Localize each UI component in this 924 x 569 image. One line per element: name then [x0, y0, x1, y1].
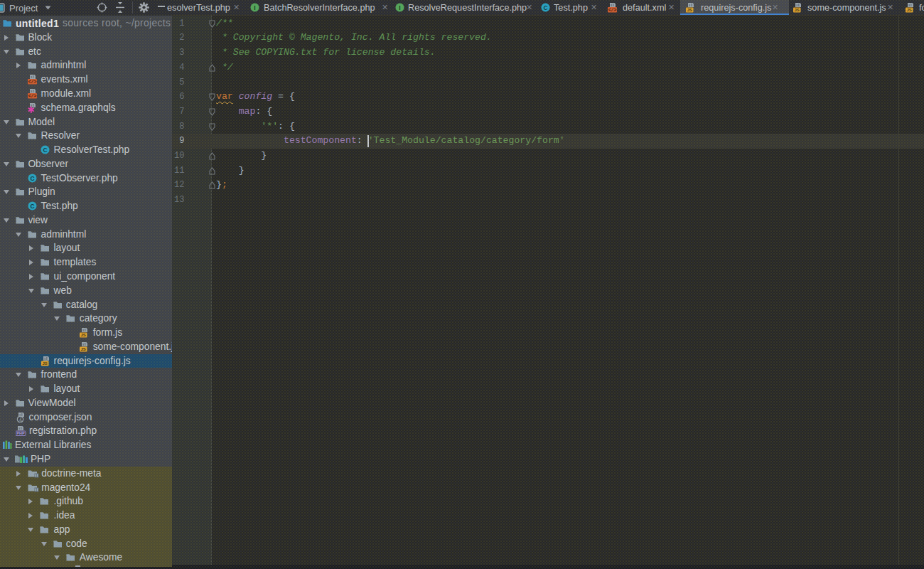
svg-text:C: C — [43, 147, 47, 154]
svg-text:JS: JS — [81, 333, 86, 337]
svg-text:</>: </> — [28, 94, 37, 99]
svg-text:</>: </> — [28, 80, 37, 85]
svg-text:I: I — [254, 4, 255, 11]
svg-text:JS: JS — [42, 361, 47, 366]
svg-text:JS: JS — [907, 8, 912, 12]
svg-text:𝄞: 𝄞 — [18, 416, 22, 422]
svg-text:</>: </> — [608, 8, 617, 13]
svg-text:PHP: PHP — [16, 432, 25, 436]
svg-text:JS: JS — [687, 8, 692, 12]
svg-text:JS: JS — [81, 347, 86, 351]
svg-text:C: C — [31, 203, 35, 210]
svg-text:C: C — [543, 4, 547, 11]
svg-text:C: C — [31, 174, 35, 181]
svg-text:I: I — [399, 4, 400, 11]
svg-text:JS: JS — [795, 8, 800, 12]
